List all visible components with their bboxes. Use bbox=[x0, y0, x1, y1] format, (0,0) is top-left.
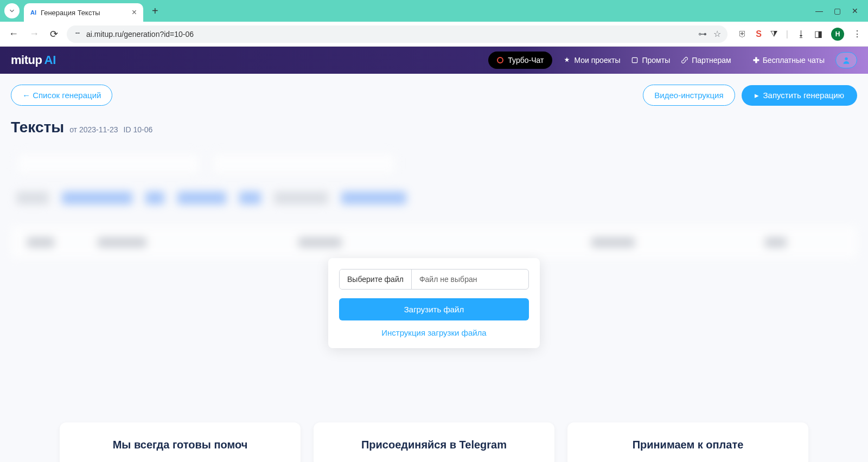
upload-modal: Выберите файл Файл не выбран Загрузить ф… bbox=[328, 258, 540, 348]
extension-shield-icon[interactable]: ⛨ bbox=[738, 29, 747, 39]
tab-favicon: AI bbox=[30, 9, 36, 16]
bookmark-star-icon[interactable]: ☆ bbox=[713, 29, 721, 39]
logo-text: mitup bbox=[11, 53, 42, 67]
nav-projects[interactable]: Мои проекты bbox=[563, 56, 620, 65]
title-id: ID 10-06 bbox=[124, 125, 153, 134]
footer-card-telegram[interactable]: Присоединяйся в Telegram bbox=[314, 422, 554, 462]
profile-avatar[interactable]: Н bbox=[831, 28, 844, 41]
record-dot-icon bbox=[497, 57, 503, 63]
svg-rect-2 bbox=[76, 33, 80, 33]
window-controls: — ▢ ✕ bbox=[815, 7, 864, 15]
nav-prompts[interactable]: Промты bbox=[631, 56, 670, 65]
tab-close-icon[interactable]: × bbox=[132, 8, 137, 17]
turbo-chat-button[interactable]: Турбо-Чат bbox=[488, 52, 552, 69]
video-instruction-button[interactable]: Видео-инструкция bbox=[643, 85, 735, 106]
page-title: Тексты от 2023-11-23 ID 10-06 bbox=[11, 119, 857, 136]
tab-search-button[interactable] bbox=[4, 3, 20, 18]
title-date: от 2023-11-23 bbox=[69, 125, 118, 134]
svg-point-4 bbox=[845, 57, 847, 60]
downloads-icon[interactable]: ⭳ bbox=[797, 29, 806, 39]
title-main: Тексты bbox=[11, 119, 64, 136]
back-to-list-button[interactable]: ← Список генераций bbox=[11, 85, 112, 106]
new-tab-button[interactable]: + bbox=[152, 5, 158, 17]
nav-free-chats[interactable]: ✚ Бесплатные чаты bbox=[742, 56, 825, 65]
url-bar[interactable]: ai.mitup.ru/generation?id=10-06 ⊶ ☆ bbox=[67, 25, 727, 43]
browser-menu-icon[interactable]: ⋮ bbox=[853, 29, 861, 39]
nav-partners[interactable]: Партнерам bbox=[681, 56, 731, 65]
window-maximize-icon[interactable]: ▢ bbox=[834, 7, 841, 15]
run-generation-button[interactable]: ▸ Запустить генерацию bbox=[742, 85, 857, 106]
logo-ai: AI bbox=[44, 53, 56, 67]
logo[interactable]: mitup AI bbox=[11, 53, 56, 67]
password-key-icon[interactable]: ⊶ bbox=[698, 29, 707, 39]
footer-cards: Мы всегда готовы помоч Присоединяйся в T… bbox=[0, 422, 868, 462]
upload-file-button[interactable]: Загрузить файл bbox=[339, 298, 529, 320]
blurred-background bbox=[11, 152, 857, 259]
tab-title: Генерация Тексты bbox=[41, 9, 127, 17]
upload-instruction-link[interactable]: Инструкция загрузки файла bbox=[339, 328, 529, 337]
footer-card-payment[interactable]: Принимаем к оплате bbox=[567, 422, 808, 462]
site-info-icon[interactable] bbox=[73, 29, 82, 39]
choose-file-button[interactable]: Выберите файл bbox=[340, 270, 412, 289]
app-header: mitup AI Турбо-Чат Мои проекты Промты Па… bbox=[0, 47, 868, 74]
user-profile-button[interactable] bbox=[835, 52, 857, 68]
nav-back-icon[interactable]: ← bbox=[7, 26, 21, 42]
main-content: ← Список генераций Видео-инструкция ▸ За… bbox=[0, 74, 868, 462]
browser-tab-strip: AI Генерация Тексты × + — ▢ ✕ bbox=[0, 0, 868, 22]
browser-toolbar: ← → ⟳ ai.mitup.ru/generation?id=10-06 ⊶ … bbox=[0, 22, 868, 47]
extensions-puzzle-icon[interactable]: ⧩ bbox=[770, 29, 777, 39]
nav-forward-icon[interactable]: → bbox=[27, 26, 41, 42]
window-minimize-icon[interactable]: — bbox=[815, 7, 823, 15]
window-close-icon[interactable]: ✕ bbox=[852, 7, 858, 15]
svg-rect-3 bbox=[633, 57, 637, 62]
extension-s-icon[interactable]: S bbox=[756, 29, 762, 39]
file-input[interactable]: Выберите файл Файл не выбран bbox=[339, 269, 529, 290]
nav-reload-icon[interactable]: ⟳ bbox=[48, 26, 60, 42]
browser-tab[interactable]: AI Генерация Тексты × bbox=[24, 3, 143, 22]
play-icon: ▸ bbox=[755, 91, 759, 100]
footer-card-help[interactable]: Мы всегда готовы помоч bbox=[60, 422, 301, 462]
url-text: ai.mitup.ru/generation?id=10-06 bbox=[86, 30, 694, 39]
sidepanel-icon[interactable]: ◨ bbox=[814, 29, 822, 39]
file-name-label: Файл не выбран bbox=[412, 270, 528, 289]
